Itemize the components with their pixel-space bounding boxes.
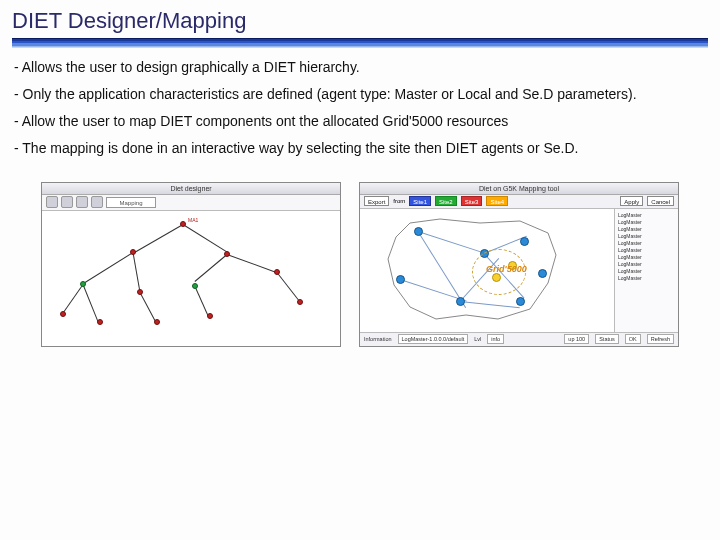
side-item[interactable]: LogMaster — [618, 275, 675, 282]
status-r3: OK — [625, 334, 641, 344]
map-site-node[interactable] — [520, 237, 529, 246]
map-site-node[interactable] — [414, 227, 423, 236]
tree-edge — [183, 224, 229, 253]
status-r2: Status — [595, 334, 619, 344]
apply-button[interactable]: Apply — [620, 196, 643, 206]
side-item[interactable]: LogMaster — [618, 212, 675, 219]
tree-edge — [62, 284, 83, 314]
grid5000-label: Grid'5000 — [486, 264, 527, 274]
fig2-side-list: LogMaster LogMaster LogMaster LogMaster … — [614, 209, 678, 332]
map-site-node[interactable] — [396, 275, 405, 284]
figure-mapping-tool: Diet on G5K Mapping tool Export from Sit… — [359, 182, 679, 347]
fig1-dropdown[interactable]: Mapping — [106, 197, 156, 208]
fig1-toolbar: Mapping — [42, 195, 340, 211]
status-mid-label: Lvl — [474, 336, 481, 342]
status-label: Information — [364, 336, 392, 342]
group-icon[interactable] — [91, 196, 103, 208]
site-button-2[interactable]: Site2 — [435, 196, 457, 206]
status-refresh[interactable]: Refresh — [647, 334, 674, 344]
fig1-canvas: MA1 — [42, 211, 340, 346]
side-item[interactable]: LogMaster — [618, 233, 675, 240]
tree-node — [192, 283, 198, 289]
title-underline — [12, 38, 708, 48]
tree-node — [224, 251, 230, 257]
user-icon[interactable] — [76, 196, 88, 208]
slide-title: DIET Designer/Mapping — [12, 8, 708, 34]
status-mid-value: info — [487, 334, 504, 344]
site-button-1[interactable]: Site1 — [409, 196, 431, 206]
figure-diet-designer: Diet designer Mapping MA1 — [41, 182, 341, 347]
tree-node — [130, 249, 136, 255]
status-value: LogMaster-1.0.0.0/default — [398, 334, 469, 344]
site-button-4[interactable]: Site4 — [486, 196, 508, 206]
fig2-toolbar: Export from Site1 Site2 Site3 Site4 Appl… — [360, 195, 678, 209]
tree-root-label: MA1 — [188, 217, 198, 223]
tree-edge — [134, 224, 183, 253]
bullet-3: - Allow the user to map DIET components … — [14, 112, 706, 131]
body-text: - Allows the user to design graphically … — [0, 48, 720, 176]
fig2-statusbar: Information LogMaster-1.0.0.0/default Lv… — [360, 332, 678, 346]
side-item[interactable]: LogMaster — [618, 240, 675, 247]
map-site-node[interactable] — [538, 269, 547, 278]
side-item[interactable]: LogMaster — [618, 247, 675, 254]
map-site-node[interactable] — [456, 297, 465, 306]
tree-edge — [83, 284, 99, 321]
tree-node-leaf — [97, 319, 103, 325]
tree-node-leaf — [154, 319, 160, 325]
tree-edge — [84, 252, 134, 284]
map-site-node[interactable] — [516, 297, 525, 306]
new-icon[interactable] — [46, 196, 58, 208]
tree-edge — [133, 252, 141, 292]
tree-node — [80, 281, 86, 287]
tree-node-leaf — [297, 299, 303, 305]
tree-node — [137, 289, 143, 295]
open-icon[interactable] — [61, 196, 73, 208]
export-button[interactable]: Export — [364, 196, 389, 206]
tree-node-leaf — [207, 313, 213, 319]
from-label: from — [393, 198, 405, 204]
status-r1: up 100 — [564, 334, 589, 344]
side-item[interactable]: LogMaster — [618, 219, 675, 226]
tree-edge — [140, 292, 157, 322]
fig2-window-title: Diet on G5K Mapping tool — [360, 183, 678, 195]
tree-node-leaf — [60, 311, 66, 317]
site-button-3[interactable]: Site3 — [461, 196, 483, 206]
france-map: Grid'5000 — [360, 209, 614, 332]
bullet-1: - Allows the user to design graphically … — [14, 58, 706, 77]
tree-edge — [227, 254, 278, 273]
cancel-button[interactable]: Cancel — [647, 196, 674, 206]
tree-edge — [195, 254, 228, 282]
tree-edge — [277, 272, 301, 303]
tree-node-root — [180, 221, 186, 227]
bullet-4: - The mapping is done in an interactive … — [14, 139, 706, 158]
bullet-2: - Only the application characteristics a… — [14, 85, 706, 104]
tree-node — [274, 269, 280, 275]
side-item[interactable]: LogMaster — [618, 226, 675, 233]
side-item[interactable]: LogMaster — [618, 268, 675, 275]
side-item[interactable]: LogMaster — [618, 254, 675, 261]
side-item[interactable]: LogMaster — [618, 261, 675, 268]
tree-edge — [195, 286, 209, 316]
fig1-window-title: Diet designer — [42, 183, 340, 195]
